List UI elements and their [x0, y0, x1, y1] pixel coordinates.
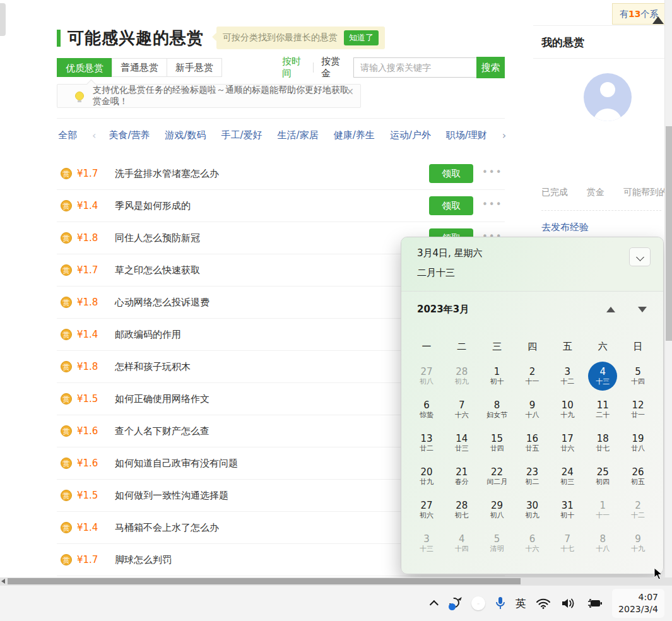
calendar-day[interactable]: 11二十: [585, 393, 620, 426]
calendar-day[interactable]: 10十九: [550, 393, 585, 426]
publish-experience-link[interactable]: 去发布经验: [541, 222, 589, 234]
calendar-day[interactable]: 15廿四: [480, 426, 515, 459]
calendar-day[interactable]: 16廿五: [515, 426, 550, 459]
microphone-icon[interactable]: [495, 596, 506, 611]
calendar-day[interactable]: 17廿六: [550, 426, 585, 459]
search-input[interactable]: [353, 57, 476, 78]
calendar-day[interactable]: 9十八: [515, 393, 550, 426]
more-options-button[interactable]: •••: [482, 167, 503, 178]
bounty-title[interactable]: 季风是如何形成的: [115, 200, 191, 212]
calendar-day[interactable]: 28初七: [444, 493, 480, 526]
sort-by-reward-link[interactable]: 按赏金: [321, 56, 345, 80]
chevron-left-icon[interactable]: ‹: [92, 129, 96, 141]
category-item[interactable]: 美食/营养: [109, 129, 150, 141]
vertical-scrollbar[interactable]: [664, 0, 672, 577]
bounty-title[interactable]: 草之印怎么快速获取: [115, 264, 200, 276]
calendar-day[interactable]: 7十六: [444, 393, 480, 426]
calendar-day[interactable]: 7十七: [550, 526, 585, 560]
calendar-day[interactable]: 1十一: [585, 493, 620, 526]
sort-by-time-link[interactable]: 按时间: [282, 56, 305, 80]
calendar-day[interactable]: 9十九: [620, 526, 656, 560]
taskbar-clock[interactable]: 4:07 2023/3/4: [612, 589, 664, 618]
category-item[interactable]: 运动/户外: [390, 129, 431, 141]
calendar-day[interactable]: 19廿八: [620, 426, 656, 459]
bounty-title[interactable]: 怎样和孩子玩积木: [115, 361, 191, 373]
horizontal-scrollbar-thumb[interactable]: [8, 578, 521, 584]
bounty-title[interactable]: 如何知道自己政审有没有问题: [115, 458, 238, 470]
calendar-day[interactable]: 3十二: [550, 359, 585, 393]
claim-button[interactable]: 领取: [429, 164, 473, 183]
calendar-day[interactable]: 23初二: [515, 459, 550, 493]
bounty-title[interactable]: 洗手盆排水管堵塞怎么办: [115, 168, 219, 180]
ime-language-indicator[interactable]: 英: [516, 596, 526, 611]
tab-item[interactable]: 优质悬赏: [57, 58, 112, 77]
tray-app-icon[interactable]: ··: [471, 596, 485, 610]
tab-item[interactable]: 普通悬赏: [112, 58, 167, 77]
calendar-day[interactable]: 28初九: [444, 359, 480, 393]
category-item[interactable]: 游戏/数码: [165, 129, 206, 141]
calendar-day[interactable]: 13廿二: [409, 426, 444, 459]
category-item[interactable]: 健康/养生: [334, 129, 375, 141]
tip-confirm-button[interactable]: 知道了: [344, 30, 379, 45]
bounty-title[interactable]: 马桶箱不会上水了怎么办: [115, 522, 219, 534]
close-icon[interactable]: ×: [346, 87, 354, 97]
stat-label[interactable]: 已完成: [541, 187, 568, 198]
calendar-day[interactable]: 2十一: [515, 359, 550, 393]
calendar-day[interactable]: 8十八: [585, 526, 620, 560]
calendar-day[interactable]: 5清明: [480, 526, 515, 560]
bounty-title[interactable]: 心动网络怎么投诉退费: [115, 297, 209, 309]
calendar-day[interactable]: 27初六: [409, 493, 444, 526]
tab-item[interactable]: 新手悬赏: [167, 58, 222, 77]
calendar-day[interactable]: 5十四: [620, 359, 656, 393]
category-item[interactable]: 生活/家居: [278, 129, 319, 141]
calendar-day[interactable]: 21春分: [444, 459, 480, 493]
calendar-day[interactable]: 27初八: [409, 359, 444, 393]
calendar-day[interactable]: 14廿三: [444, 426, 480, 459]
calendar-day[interactable]: 22闰二月: [480, 459, 515, 493]
calendar-day[interactable]: 6十六: [515, 526, 550, 560]
calendar-day[interactable]: 29初八: [480, 493, 515, 526]
calendar-day[interactable]: 2十二: [620, 493, 656, 526]
bounty-title[interactable]: 同住人怎么预防新冠: [115, 232, 200, 244]
category-item[interactable]: 全部: [58, 129, 77, 141]
calendar-day[interactable]: 3十三: [409, 526, 444, 560]
category-item[interactable]: 职场/理财: [446, 129, 487, 141]
sync-tray-icon[interactable]: [448, 596, 462, 610]
claim-button[interactable]: 领取: [429, 196, 473, 215]
bounty-title[interactable]: 如何做到一致性沟通选择题: [115, 490, 228, 502]
stat-label[interactable]: 可能帮到的: [623, 187, 664, 198]
horizontal-scrollbar[interactable]: [0, 577, 672, 585]
calendar-day[interactable]: 25初四: [585, 459, 620, 493]
calendar-collapse-button[interactable]: [629, 247, 651, 266]
speaker-icon[interactable]: [560, 597, 575, 610]
calendar-day[interactable]: 18廿七: [585, 426, 620, 459]
bounty-title[interactable]: 邮政编码的作用: [115, 329, 181, 341]
calendar-prev-month-button[interactable]: [606, 307, 615, 312]
calendar-day[interactable]: 6惊蛰: [409, 393, 444, 426]
calendar-day[interactable]: 4十四: [444, 526, 480, 560]
calendar-day[interactable]: 20廿九: [409, 459, 444, 493]
avatar[interactable]: [584, 73, 632, 121]
calendar-day-selected[interactable]: 4十三: [585, 359, 620, 393]
calendar-day[interactable]: 1初十: [480, 359, 515, 393]
calendar-next-month-button[interactable]: [638, 307, 647, 312]
calendar-day[interactable]: 8妇女节: [480, 393, 515, 426]
wifi-icon[interactable]: [536, 598, 551, 609]
stat-label[interactable]: 赏金: [587, 187, 604, 198]
calendar-day[interactable]: 26初五: [620, 459, 656, 493]
show-hidden-icons-chevron[interactable]: [430, 600, 439, 609]
vertical-scrollbar-thumb[interactable]: [666, 126, 672, 341]
bounty-title[interactable]: 如何正确使用网络作文: [115, 393, 209, 405]
scroll-left-arrow-icon[interactable]: [1, 579, 5, 584]
search-button[interactable]: 搜索: [476, 57, 505, 78]
bounty-title[interactable]: 查个人名下财产怎么查: [115, 425, 209, 437]
battery-charging-icon[interactable]: [585, 598, 603, 609]
calendar-day[interactable]: 31初十: [550, 493, 585, 526]
category-item[interactable]: 手工/爱好: [221, 129, 262, 141]
more-options-button[interactable]: •••: [482, 199, 503, 210]
calendar-day[interactable]: 12廿一: [620, 393, 656, 426]
bounty-title[interactable]: 脚球怎么判罚: [115, 554, 172, 566]
calendar-day[interactable]: 30初九: [515, 493, 550, 526]
chevron-right-icon[interactable]: ›: [502, 129, 506, 141]
calendar-day[interactable]: 24初三: [550, 459, 585, 493]
